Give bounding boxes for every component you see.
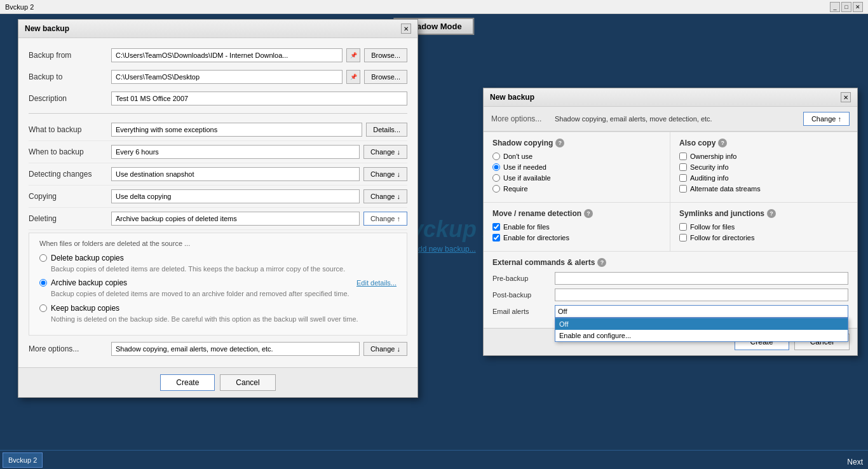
email-alerts-selected[interactable]: Off (555, 305, 848, 318)
description-input[interactable] (111, 92, 407, 105)
keep-copies-label: Keep backup copies (51, 304, 119, 313)
deleting-value: Archive backup copies of deleted items (111, 212, 360, 226)
close-btn[interactable]: ✕ (853, 2, 863, 12)
copying-value: Use delta copying (111, 189, 360, 203)
shadow-require: Require (492, 185, 661, 193)
more-dialog-close-btn[interactable]: ✕ (841, 92, 851, 102)
deleting-expanded-section: When files or folders are deleted at the… (29, 233, 407, 336)
when-change-btn[interactable]: Change ↓ (363, 145, 407, 159)
security-info-item: Security info (679, 163, 848, 171)
shadow-dont-use: Don't use (492, 153, 661, 160)
copying-change-btn[interactable]: Change ↓ (363, 189, 407, 203)
deleting-change-btn[interactable]: Change ↑ (363, 212, 407, 226)
description-label: Description (29, 94, 111, 103)
backup-from-icon[interactable]: 📌 (346, 48, 360, 62)
copying-label: Copying (29, 192, 111, 201)
symlinks-title: Symlinks and junctions ? (679, 209, 848, 218)
more-options-label: More options... (29, 344, 111, 353)
ownership-info-checkbox[interactable] (679, 153, 687, 160)
edit-details-link[interactable]: Edit details... (356, 279, 397, 287)
window-controls: _ □ ✕ (830, 2, 863, 12)
what-label: What to backup (29, 125, 111, 134)
maximize-btn[interactable]: □ (841, 2, 851, 12)
deleting-header-text: When files or folders are deleted at the… (39, 240, 397, 247)
add-new-backup-link[interactable]: Add new backup... (413, 245, 476, 254)
delete-copies-label: Delete backup copies (51, 254, 124, 262)
archive-copies-desc: Backup copies of deleted items are moved… (51, 289, 397, 298)
shadow-use-if-needed-radio[interactable] (492, 163, 500, 171)
detecting-change-btn[interactable]: Change ↓ (363, 167, 407, 181)
alternate-data-streams-item: Alternate data streams (679, 185, 848, 193)
minimize-btn[interactable]: _ (830, 2, 840, 12)
more-options-dialog: New backup ✕ More options... Shadow copy… (483, 88, 858, 356)
main-dialog-close-btn[interactable]: ✕ (401, 24, 411, 34)
auditing-info-checkbox[interactable] (679, 174, 687, 182)
follow-for-files-checkbox[interactable] (679, 223, 687, 231)
email-alerts-value: Off (558, 308, 567, 315)
main-cancel-btn[interactable]: Cancel (220, 374, 275, 391)
when-to-backup-row: When to backup Every 6 hours Change ↓ (29, 141, 407, 163)
email-alerts-dropdown[interactable]: Off Off Enable and configure... (555, 305, 848, 318)
delete-copies-desc: Backup copies of deleted items are delet… (51, 264, 397, 273)
main-dialog-footer: Create Cancel (18, 367, 417, 397)
detecting-value: Use destination snapshot (111, 167, 360, 181)
next-button[interactable]: Next (847, 458, 863, 466)
backup-to-browse-btn[interactable]: Browse... (364, 70, 407, 84)
email-alerts-row: Email alerts Off Off Enable and configur… (492, 305, 848, 318)
what-to-backup-row: What to backup Everything with some exce… (29, 119, 407, 141)
email-alerts-label: Email alerts (492, 308, 550, 315)
shadow-also-row: Shadow copying ? Don't use Use if needed… (484, 132, 857, 202)
detecting-changes-row: Detecting changes Use destination snapsh… (29, 163, 407, 186)
alternate-data-streams-checkbox[interactable] (679, 185, 687, 193)
more-options-header-btn[interactable]: Change ↑ (803, 112, 850, 126)
taskbar-bvckup-item[interactable]: Bvckup 2 (3, 452, 43, 468)
shadow-require-radio[interactable] (492, 185, 500, 193)
email-alerts-menu: Off Enable and configure... (555, 318, 848, 342)
backup-to-input-wrap: 📌 Browse... (111, 70, 407, 84)
divider-1 (29, 113, 407, 114)
archive-copies-option: Archive backup copies Edit details... Ba… (39, 278, 397, 298)
move-rename-question-mark[interactable]: ? (584, 209, 593, 218)
backup-from-browse-btn[interactable]: Browse... (364, 48, 407, 62)
taskbar: Bvckup 2 Next (0, 450, 868, 469)
ext-commands-question-mark[interactable]: ? (597, 258, 606, 267)
backup-to-icon[interactable]: 📌 (346, 70, 360, 84)
enable-for-directories-checkbox[interactable] (492, 234, 500, 241)
backup-to-input[interactable] (111, 70, 342, 84)
security-info-checkbox[interactable] (679, 163, 687, 171)
more-options-header-label: More options... (491, 114, 548, 123)
backup-from-input[interactable] (111, 48, 342, 62)
taskbar-item-label: Bvckup 2 (8, 456, 37, 464)
keep-copies-radio[interactable] (39, 304, 47, 312)
pre-backup-input[interactable] (555, 272, 848, 285)
follow-for-directories-checkbox[interactable] (679, 234, 687, 241)
delete-copies-radio[interactable] (39, 254, 47, 262)
archive-copies-radio-row: Archive backup copies Edit details... (39, 278, 397, 287)
also-copy-question-mark[interactable]: ? (718, 139, 727, 147)
shadow-dont-use-radio[interactable] (492, 153, 500, 160)
email-alerts-off-option[interactable]: Off (555, 318, 848, 330)
post-backup-input[interactable] (555, 289, 848, 301)
main-create-btn[interactable]: Create (160, 374, 215, 391)
shadow-use-if-available-radio[interactable] (492, 174, 500, 182)
when-label: When to backup (29, 147, 111, 156)
main-new-backup-dialog: New backup ✕ Backup from 📌 Browse... Bac… (18, 19, 418, 398)
enable-for-files-checkbox[interactable] (492, 223, 500, 231)
what-details-btn[interactable]: Details... (366, 123, 407, 137)
auditing-info-item: Auditing info (679, 174, 848, 182)
shadow-use-if-available: Use if available (492, 174, 661, 182)
more-options-value: Shadow copying, email alerts, move detec… (111, 342, 360, 356)
symlinks-question-mark[interactable]: ? (767, 209, 776, 218)
archive-copies-radio[interactable] (39, 279, 47, 287)
ext-commands-title: External commands & alerts ? (492, 258, 848, 267)
follow-for-files-item: Follow for files (679, 223, 848, 231)
shadow-question-mark[interactable]: ? (555, 139, 564, 147)
more-options-change-btn[interactable]: Change ↓ (363, 342, 407, 356)
email-alerts-configure-option[interactable]: Enable and configure... (555, 330, 848, 341)
ext-commands-section: External commands & alerts ? Pre-backup … (484, 251, 857, 328)
enable-for-directories-item: Enable for directories (492, 234, 661, 241)
deleting-row: Deleting Archive backup copies of delete… (29, 208, 407, 230)
backup-from-row: Backup from 📌 Browse... (29, 48, 407, 62)
more-options-header-value: Shadow copying, email alerts, move detec… (555, 115, 797, 123)
move-symlinks-row: Move / rename detection ? Enable for fil… (484, 202, 857, 251)
